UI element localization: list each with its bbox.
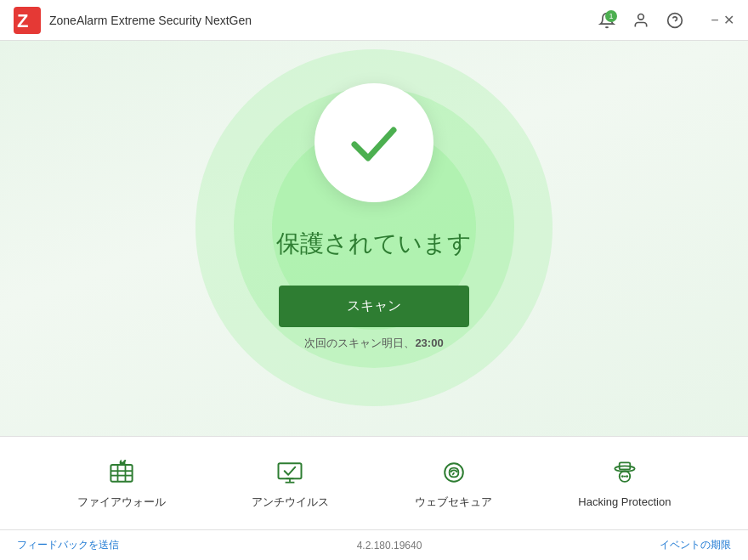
svg-point-2 [638, 14, 644, 20]
check-circle [314, 83, 434, 202]
features-bar: ファイアウォール アンチウイルス ウェブセキュア [0, 436, 748, 529]
notification-badge: 1 [605, 10, 617, 22]
feature-websecure[interactable]: ウェブセキュア [398, 450, 509, 517]
close-button[interactable]: ✕ [722, 14, 734, 26]
checkmark-icon [344, 113, 404, 173]
svg-point-19 [626, 475, 628, 478]
feature-antivirus[interactable]: アンチウイルス [235, 450, 346, 517]
hacking-label: Hacking Protection [578, 495, 671, 508]
title-bar: Z ZoneAlarm Extreme Security NextGen 1 [0, 0, 748, 41]
feature-hacking[interactable]: Hacking Protection [561, 451, 688, 515]
expiry-link[interactable]: イベントの期限 [660, 538, 731, 552]
feature-firewall[interactable]: ファイアウォール [60, 450, 183, 517]
svg-text:Z: Z [17, 10, 28, 31]
app-logo-icon: Z [14, 7, 41, 34]
title-bar-controls: 1 − ✕ [593, 7, 734, 34]
next-scan-text: 次回のスキャン明日、23:00 [304, 336, 443, 351]
feedback-link[interactable]: フィードバックを送信 [17, 538, 119, 552]
antivirus-label: アンチウイルス [252, 495, 329, 510]
footer: フィードバックを送信 4.2.180.19640 イベントの期限 [0, 529, 748, 560]
websecure-label: ウェブセキュア [415, 495, 492, 510]
notification-button[interactable]: 1 [593, 7, 620, 34]
svg-rect-10 [279, 463, 302, 478]
next-scan-time: 23:00 [415, 337, 443, 349]
check-circle-container [314, 83, 434, 202]
scan-button[interactable]: スキャン [279, 286, 469, 327]
app-title: ZoneAlarm Extreme Security NextGen [49, 14, 252, 27]
firewall-label: ファイアウォール [77, 495, 166, 510]
svg-point-18 [621, 475, 624, 478]
websecure-icon [439, 457, 469, 488]
status-text: 保護されています [276, 228, 472, 260]
help-button[interactable] [661, 7, 688, 34]
minimize-button[interactable]: − [709, 14, 721, 26]
antivirus-icon [275, 457, 305, 488]
window-controls: − ✕ [709, 14, 734, 26]
next-scan-label: 次回のスキャン明日、 [304, 337, 415, 349]
user-button[interactable] [627, 7, 654, 34]
hacking-icon [609, 458, 640, 489]
main-content: 保護されています スキャン 次回のスキャン明日、23:00 [0, 41, 748, 436]
firewall-icon [106, 457, 137, 488]
svg-rect-5 [110, 465, 132, 482]
version-text: 4.2.180.19640 [357, 540, 422, 552]
title-bar-left: Z ZoneAlarm Extreme Security NextGen [14, 7, 593, 34]
